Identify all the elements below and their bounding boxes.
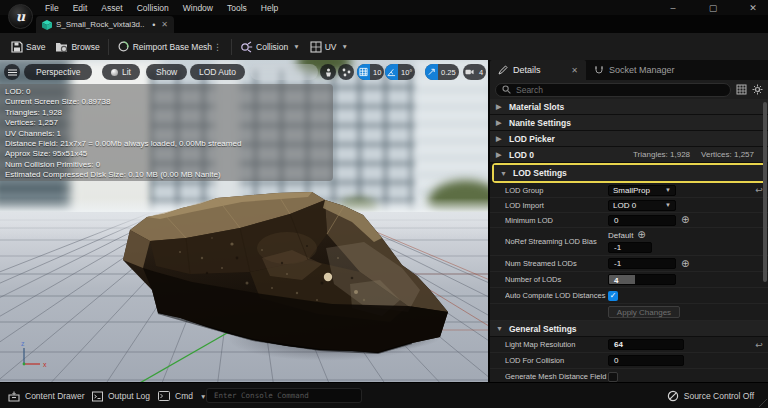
section-lod-picker[interactable]: ▶ LOD Picker: [490, 131, 768, 147]
light-map-input[interactable]: 64: [608, 339, 684, 350]
close-button[interactable]: ✕: [746, 3, 760, 13]
save-button[interactable]: Save: [6, 33, 50, 60]
console-placeholder: Enter Console Command: [214, 391, 309, 400]
lod-for-collision-input[interactable]: 0: [608, 355, 684, 366]
angle-snap-control[interactable]: 10°: [385, 64, 415, 80]
lod0-stats: Triangles: 1,928 Vertices: 1,257: [633, 150, 762, 159]
section-material-slots[interactable]: ▶ Material Slots: [490, 99, 768, 115]
menu-help[interactable]: Help: [254, 3, 285, 13]
row-lod-group: LOD Group SmallProp ▼ ↩: [490, 183, 768, 198]
transform-mode-button[interactable]: [338, 64, 354, 80]
mesh-cube-icon: [42, 20, 52, 30]
unsaved-dot: •: [152, 20, 155, 30]
browse-icon: [55, 41, 68, 53]
axis-z-label: z: [21, 340, 25, 347]
viewport-search-box[interactable]: [250, 64, 318, 80]
uv-menu-button[interactable]: UV ▼: [305, 33, 353, 60]
reimport-options-icon[interactable]: ⋮: [213, 42, 228, 52]
lod-import-dropdown[interactable]: LOD 0 ▼: [608, 200, 676, 211]
per-platform-add-icon[interactable]: ⊕: [681, 215, 689, 225]
rock-mesh[interactable]: [112, 188, 452, 358]
reimport-icon: [117, 40, 130, 53]
num-streamed-input[interactable]: -1: [608, 258, 676, 269]
resize-grip[interactable]: [759, 399, 767, 407]
chevron-down-icon: ▼: [665, 187, 671, 193]
scale-snap-control[interactable]: 0.25: [425, 64, 459, 80]
unreal-logo-icon[interactable]: u: [8, 4, 33, 29]
minimize-button[interactable]: –: [666, 3, 680, 13]
stat-collision-primitives: Num Collision Primitives: 0: [5, 160, 333, 170]
content-drawer-label: Content Drawer: [25, 391, 85, 401]
section-general-settings[interactable]: ▼ General Settings: [490, 321, 768, 337]
perspective-label: Perspective: [36, 67, 80, 77]
number-of-lods-label: Number of LODs: [505, 275, 608, 284]
cmd-selector[interactable]: Cmd ▼: [158, 383, 206, 408]
angle-snap-icon: [385, 64, 398, 80]
viewport-options-button[interactable]: [4, 64, 20, 80]
chevron-right-icon: ▶: [496, 151, 503, 159]
display-filter-icon[interactable]: [736, 84, 747, 95]
grid-snap-icon: [357, 64, 370, 80]
details-pencil-icon: [498, 65, 508, 75]
search-input[interactable]: Search: [495, 83, 731, 97]
menu-collision[interactable]: Collision: [130, 3, 176, 13]
asset-tab[interactable]: S_Small_Rock_vixtai3d.. • ✕: [36, 16, 174, 33]
tab-socket-manager[interactable]: Socket Manager: [586, 60, 683, 80]
camera-speed-control[interactable]: 4: [463, 64, 486, 80]
gen-mesh-df-checkbox[interactable]: [608, 372, 618, 382]
minimum-lod-input[interactable]: 0: [608, 215, 676, 226]
section-lod0[interactable]: ▶ LOD 0 Triangles: 1,928 Vertices: 1,257: [490, 147, 768, 163]
lod-import-label: LOD Import: [505, 201, 608, 210]
details-tab-close-icon[interactable]: ✕: [571, 66, 578, 75]
menu-window[interactable]: Window: [176, 3, 220, 13]
grid-snap-control[interactable]: 10: [357, 64, 384, 80]
collision-menu-button[interactable]: Collision ▼: [235, 33, 305, 60]
socket-manager-label: Socket Manager: [609, 65, 675, 75]
lod-group-dropdown[interactable]: SmallProp ▼: [608, 185, 676, 196]
panel-scrollbar[interactable]: [763, 102, 767, 282]
section-nanite-settings[interactable]: ▶ Nanite Settings: [490, 115, 768, 131]
tab-details[interactable]: Details ✕: [490, 60, 586, 80]
source-control-button[interactable]: Source Control Off: [667, 383, 754, 408]
details-tab-label: Details: [513, 65, 541, 75]
apply-changes-button[interactable]: Apply Changes: [608, 306, 680, 318]
preview-scene-button[interactable]: [320, 64, 336, 80]
menu-tools[interactable]: Tools: [220, 3, 254, 13]
maximize-button[interactable]: ▢: [706, 3, 720, 13]
panel-tabs: Details ✕ Socket Manager: [490, 60, 768, 80]
row-num-streamed-lods: Num Streamed LODs -1 ⊕: [490, 256, 768, 272]
menu-edit[interactable]: Edit: [66, 3, 95, 13]
menu-asset[interactable]: Asset: [94, 3, 129, 13]
row-noref-streaming-lod-bias: NoRef Streaming LOD Bias Default ⊕ -1: [490, 228, 768, 256]
reimport-base-mesh-button[interactable]: Reimport Base Mesh: [112, 33, 217, 60]
perspective-button[interactable]: Perspective: [24, 64, 92, 80]
console-command-input[interactable]: Enter Console Command: [206, 388, 362, 403]
chevron-down-icon: ▼: [665, 202, 671, 208]
auto-compute-checkbox[interactable]: ✓: [608, 291, 618, 301]
stat-distance-field: Distance Field: 21x7x7 = 0.00Mb always l…: [5, 139, 333, 149]
minimum-lod-label: Minimum LOD: [505, 216, 608, 225]
lit-button[interactable]: Lit: [102, 64, 140, 80]
stat-uv-channels: UV Channels: 1: [5, 129, 333, 139]
reset-to-default-icon[interactable]: ↩: [755, 185, 763, 195]
row-number-of-lods: Number of LODs 4: [490, 272, 768, 288]
output-log-button[interactable]: Output Log: [92, 383, 150, 408]
auto-compute-label: Auto Compute LOD Distances: [505, 291, 608, 300]
lod-group-label: LOD Group: [505, 186, 608, 195]
section-lod-settings[interactable]: ▼ LOD Settings: [494, 165, 764, 181]
noref-input[interactable]: -1: [608, 242, 652, 253]
reset-to-default-icon[interactable]: ↩: [755, 340, 763, 350]
show-button[interactable]: Show: [146, 64, 187, 80]
lod-auto-button[interactable]: LOD Auto: [190, 64, 245, 80]
lod0-label: LOD 0: [509, 150, 534, 160]
viewport[interactable]: z x Perspective Lit Show LOD Auto: [0, 60, 488, 382]
settings-gear-icon[interactable]: [752, 84, 763, 95]
number-of-lods-input[interactable]: 4: [608, 274, 676, 285]
browse-button[interactable]: Browse: [50, 33, 104, 60]
light-map-label: Light Map Resolution: [505, 340, 608, 349]
per-quality-add-icon[interactable]: ⊕: [637, 230, 645, 240]
per-platform-add-icon[interactable]: ⊕: [681, 259, 689, 269]
content-drawer-button[interactable]: Content Drawer: [8, 383, 85, 408]
menu-file[interactable]: File: [38, 3, 66, 13]
tab-close-icon[interactable]: ✕: [161, 20, 168, 29]
